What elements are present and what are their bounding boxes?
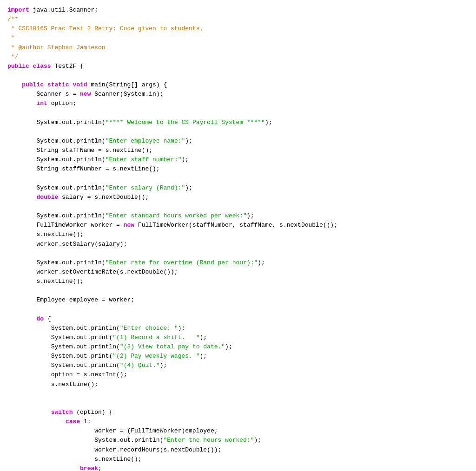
code-editor: import java.util.Scanner; /** * CSC1016S… xyxy=(7,6,469,471)
